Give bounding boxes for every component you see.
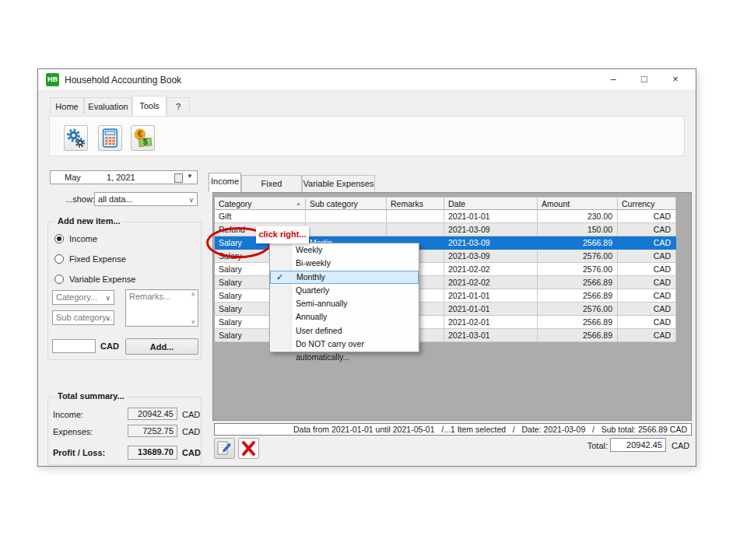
maximize-button[interactable]: □ <box>629 69 660 90</box>
add-button[interactable]: Add... <box>125 338 198 355</box>
tab-evaluation[interactable]: Evaluation <box>84 97 132 114</box>
table-cell: 2021-03-09 <box>444 236 538 250</box>
radio-income-circle-icon <box>54 234 64 243</box>
show-filter-select[interactable]: all data... ∨ <box>94 192 198 206</box>
menu-item-user-defined[interactable]: User defined <box>270 324 419 338</box>
table-cell: 2021-02-02 <box>444 263 538 276</box>
tab-fixed-expenses[interactable]: Fixed Expenses <box>241 175 302 192</box>
table-cell: CAD <box>618 303 676 316</box>
table-cell: 2021-02-01 <box>444 316 538 329</box>
tab-variable-expenses[interactable]: Variable Expenses <box>302 175 375 192</box>
menu-item-annually[interactable]: Annually <box>270 310 419 324</box>
tab-tools[interactable]: Tools <box>132 96 167 116</box>
desktop: HB Household Accounting Book – □ × Home … <box>0 0 747 560</box>
menu-item-semi-annually[interactable]: Semi-annually <box>270 297 419 310</box>
expenses-label: Expenses: <box>53 427 93 436</box>
table-cell: CAD <box>618 316 676 329</box>
table-row[interactable]: Gift2021-01-01230.00CAD <box>215 210 676 223</box>
table-cell: CAD <box>618 263 676 276</box>
close-button[interactable]: × <box>660 69 691 90</box>
summary-group-title: Total summary... <box>54 391 128 401</box>
tab-home[interactable]: Home <box>50 97 84 114</box>
check-icon: ✓ <box>276 271 283 283</box>
show-label: ...show: <box>65 194 95 204</box>
table-cell: 2021-01-01 <box>444 303 538 316</box>
table-cell: 2021-01-01 <box>444 210 538 223</box>
calculator-button[interactable] <box>98 125 122 151</box>
chevron-down-icon: ∨ <box>105 312 110 324</box>
remarks-placeholder: Remarks... <box>129 292 170 301</box>
table-cell: 2021-02-02 <box>444 276 538 289</box>
category-select[interactable]: Category... ∨ <box>52 290 114 305</box>
profit-loss-currency: CAD <box>182 448 201 457</box>
date-picker[interactable]: May 1, 2021 ▼ <box>50 170 198 184</box>
table-cell: CAD <box>618 236 676 250</box>
income-total-box: 20942.45 <box>128 408 177 420</box>
calendar-icon <box>174 173 183 183</box>
table-cell: CAD <box>618 223 676 236</box>
column-header-date[interactable]: Date <box>444 197 538 210</box>
table-cell: 230.00 <box>538 210 618 223</box>
date-dropdown-icon[interactable]: ▼ <box>187 173 193 180</box>
minimize-button[interactable]: – <box>598 69 629 90</box>
column-header-amount[interactable]: Amount <box>538 197 618 210</box>
subcategory-placeholder: Sub category... <box>56 313 113 322</box>
expenses-currency: CAD <box>182 427 200 436</box>
table-cell: 2021-03-09 <box>444 250 538 263</box>
settings-button[interactable] <box>64 125 88 151</box>
radio-variable-expense[interactable]: Variable Expense <box>54 275 135 284</box>
column-header-sub-category[interactable]: Sub category <box>306 197 387 210</box>
amount-input[interactable] <box>52 339 96 353</box>
toolbar: € $ <box>49 116 685 156</box>
menu-item-monthly[interactable]: ✓ Monthly <box>270 271 419 284</box>
table-cell <box>387 210 444 223</box>
radio-income[interactable]: Income <box>54 234 97 243</box>
menu-item-no-carry-over[interactable]: Do NOT carry over automatically... <box>270 338 419 365</box>
edit-button[interactable] <box>214 438 235 459</box>
status-bar: Data from 2021-01-01 until 2021-05-01 /.… <box>214 423 692 436</box>
total-summary-group: Total summary... Income: 20942.45 CAD Ex… <box>47 397 202 465</box>
table-cell: 2021-01-01 <box>444 289 538 303</box>
income-currency: CAD <box>182 410 200 419</box>
window-controls: – □ × <box>598 69 691 90</box>
table-cell: 2576.00 <box>538 303 618 316</box>
remarks-textarea[interactable]: Remarks... ∧ ∨ <box>125 289 198 327</box>
menu-item-weekly[interactable]: Weekly <box>270 243 419 257</box>
category-placeholder: Category... <box>56 292 97 302</box>
profit-loss-label: Profit / Loss: <box>53 448 105 457</box>
title-bar: HB Household Accounting Book – □ × <box>38 69 696 91</box>
table-cell: 2566.89 <box>538 236 618 250</box>
tab-help[interactable]: ? <box>167 97 190 114</box>
scroll-up-icon[interactable]: ∧ <box>191 291 195 298</box>
table-cell: 2576.00 <box>538 263 618 276</box>
total-label: Total: <box>553 441 608 450</box>
table-cell: 150.00 <box>538 223 618 236</box>
column-header-category[interactable]: Category▲ <box>215 197 306 210</box>
table-cell: 2566.89 <box>538 289 618 303</box>
subcategory-select[interactable]: Sub category... ∨ <box>52 310 114 325</box>
radio-fixed-expense[interactable]: Fixed Expense <box>54 254 126 264</box>
menu-item-bi-weekly[interactable]: Bi-weekly <box>270 257 419 270</box>
column-header-currency[interactable]: Currency <box>618 197 676 210</box>
svg-text:$: $ <box>143 138 148 146</box>
total-currency: CAD <box>672 441 689 450</box>
show-filter-value: all data... <box>98 194 133 204</box>
settings-gears-icon <box>65 128 86 149</box>
delete-button[interactable] <box>238 438 259 459</box>
scroll-down-icon[interactable]: ∨ <box>191 318 195 325</box>
table-cell <box>306 210 387 223</box>
currency-exchange-button[interactable]: € $ <box>131 125 155 151</box>
sort-ascending-icon: ▲ <box>296 198 301 210</box>
menu-item-quarterly[interactable]: Quarterly <box>270 284 419 297</box>
app-logo-icon: HB <box>46 73 59 86</box>
context-menu: Weekly Bi-weekly ✓ Monthly Quarterly Sem… <box>269 243 419 352</box>
delete-x-icon <box>239 439 258 458</box>
table-cell: 2566.89 <box>538 329 618 342</box>
expenses-total-box: 7252.75 <box>128 425 177 437</box>
column-header-remarks[interactable]: Remarks <box>387 197 444 210</box>
table-cell: 2021-03-09 <box>444 223 538 236</box>
table-cell: 2566.89 <box>538 276 618 289</box>
tab-income[interactable]: Income <box>209 173 241 192</box>
income-label: Income: <box>53 410 83 419</box>
chevron-down-icon: ∨ <box>188 194 194 206</box>
